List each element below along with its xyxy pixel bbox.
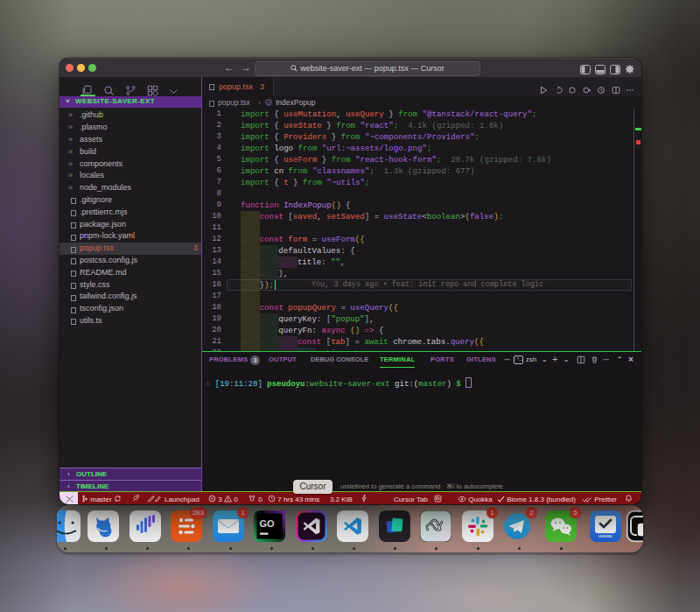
svg-text:GO: GO	[260, 518, 276, 529]
